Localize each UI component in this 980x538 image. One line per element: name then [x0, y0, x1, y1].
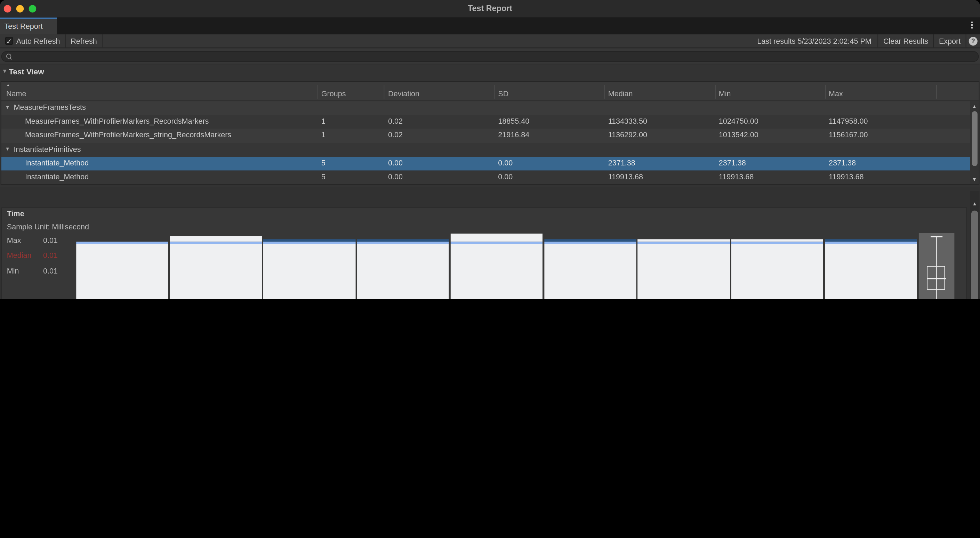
histogram-bar	[825, 239, 917, 299]
bar-upper-quartile-band	[825, 239, 917, 241]
test-report-window: Test Report Test Report ⋮ ✓ Auto Refresh…	[0, 0, 980, 299]
table-header: ▲ NameGroupsDeviationSDMedianMinMax	[2, 82, 979, 101]
column-header-median[interactable]: Median	[608, 89, 633, 98]
max-value: 0.01	[43, 236, 58, 245]
column-separator[interactable]	[605, 85, 605, 99]
cell-min: 2371.38	[719, 159, 746, 167]
bar-body	[263, 244, 355, 300]
bar-body	[76, 244, 168, 300]
column-separator[interactable]	[936, 85, 937, 99]
column-header-name[interactable]: Name	[6, 89, 26, 98]
table-scrollbar[interactable]: ▲ ▼	[970, 101, 978, 184]
bar-body	[731, 244, 824, 300]
cell-deviation: 0.00	[388, 172, 403, 181]
tab-test-report[interactable]: Test Report	[0, 17, 57, 34]
search-row	[0, 49, 980, 64]
bar-max-cap	[731, 239, 824, 241]
test-name: MeasureFrames_WithProfilerMarkers_string…	[25, 131, 231, 140]
sample-group-title: Time	[7, 209, 24, 218]
column-header-groups[interactable]: Groups	[321, 89, 346, 98]
sample-group-scrollbar[interactable]: ▲	[970, 191, 979, 299]
bar-upper-quartile-band	[357, 239, 449, 241]
refresh-button[interactable]: Refresh	[66, 34, 103, 48]
table-row[interactable]: MeasureFrames_WithProfilerMarkers_Record…	[2, 115, 970, 129]
table-row[interactable]: MeasureFrames_WithProfilerMarkers_string…	[2, 129, 970, 143]
column-separator[interactable]	[317, 85, 318, 99]
search-icon	[6, 54, 11, 59]
scroll-down-icon[interactable]: ▼	[970, 177, 978, 183]
cell-median: 1134333.50	[608, 117, 647, 125]
time-distribution-chart	[76, 231, 917, 299]
help-button[interactable]: ?	[966, 34, 980, 48]
table-body: ▼MeasureFramesTestsMeasureFrames_WithPro…	[2, 101, 970, 184]
refresh-label: Refresh	[71, 37, 97, 45]
bar-median-band	[825, 242, 917, 244]
box-plot-median-line	[927, 278, 946, 279]
table-group-row[interactable]: ▼InstantiatePrimitives	[2, 143, 970, 157]
cell-median: 2371.38	[608, 159, 635, 167]
column-header-min[interactable]: Min	[719, 89, 731, 98]
cell-max: 1147958.00	[829, 117, 868, 125]
bar-median-band	[451, 242, 543, 244]
test-name: Instantiate_Method	[25, 172, 89, 181]
sample-group-scrollbar-thumb[interactable]	[971, 211, 978, 300]
clear-results-label: Clear Results	[883, 37, 928, 45]
bar-body	[357, 244, 449, 300]
toolbar: ✓ Auto Refresh Refresh Last results 5/23…	[0, 34, 980, 48]
column-header-sd[interactable]: SD	[498, 89, 508, 98]
column-separator[interactable]	[495, 85, 495, 99]
cell-sd: 0.00	[498, 172, 512, 181]
histogram-bar	[638, 239, 730, 299]
cell-max: 1156167.00	[829, 131, 868, 140]
test-view-collapse-icon[interactable]: ▼	[2, 68, 7, 75]
search-input[interactable]	[2, 51, 979, 62]
bar-max-cap	[170, 236, 262, 241]
cell-deviation: 0.02	[388, 131, 403, 140]
cell-groups: 5	[321, 172, 326, 181]
column-header-max[interactable]: Max	[829, 89, 843, 98]
group-collapse-icon[interactable]: ▼	[5, 146, 10, 152]
bar-median-band	[76, 242, 168, 244]
bar-body	[170, 244, 262, 300]
test-results-table: ▲ NameGroupsDeviationSDMedianMinMax ▼Mea…	[1, 81, 979, 185]
main-scroll-up-icon[interactable]: ▲	[970, 201, 979, 207]
histogram-bar	[731, 239, 824, 299]
cell-deviation: 0.02	[388, 117, 403, 125]
auto-refresh-toggle[interactable]: ✓ Auto Refresh	[0, 34, 66, 48]
cell-min: 1013542.00	[719, 131, 759, 140]
min-label: Min	[7, 267, 19, 275]
bar-max-cap	[451, 233, 543, 241]
auto-refresh-checkbox[interactable]: ✓	[5, 37, 13, 45]
table-scrollbar-thumb[interactable]	[972, 111, 977, 166]
clear-results-button[interactable]: Clear Results	[878, 34, 934, 48]
column-header-deviation[interactable]: Deviation	[388, 89, 419, 98]
table-row[interactable]: Instantiate_Method50.000.002371.382371.3…	[2, 157, 970, 171]
min-value: 0.01	[43, 267, 58, 275]
export-button[interactable]: Export	[934, 34, 966, 48]
cell-min: 1024750.00	[719, 117, 759, 125]
column-separator[interactable]	[825, 85, 826, 99]
group-collapse-icon[interactable]: ▼	[5, 104, 10, 110]
window-menu-icon[interactable]: ⋮	[967, 20, 976, 30]
last-results-text: Last results 5/23/2023 2:02:45 PM	[751, 37, 877, 45]
cell-max: 119913.68	[829, 172, 864, 181]
group-name: InstantiatePrimitives	[14, 144, 81, 153]
table-row[interactable]: Instantiate_Method50.000.00119913.681199…	[2, 171, 970, 184]
cell-sd: 18855.40	[498, 117, 529, 125]
bar-median-band	[638, 242, 730, 244]
sample-unit-label: Sample Unit: Millisecond	[7, 222, 89, 231]
column-separator[interactable]	[715, 85, 716, 99]
title-bar: Test Report	[0, 0, 980, 17]
scroll-up-icon[interactable]: ▲	[970, 103, 978, 109]
help-icon: ?	[969, 37, 978, 45]
column-separator[interactable]	[383, 85, 384, 99]
cell-median: 119913.68	[608, 172, 643, 181]
toolbar-right: Last results 5/23/2023 2:02:45 PM Clear …	[751, 34, 980, 48]
histogram-bar	[170, 236, 262, 299]
table-group-row[interactable]: ▼MeasureFramesTests	[2, 101, 970, 115]
histogram-bar	[263, 239, 355, 299]
histogram-bar	[76, 242, 168, 300]
bar-median-band	[731, 242, 824, 244]
app-stage: Test Report Test Report ⋮ ✓ Auto Refresh…	[0, 0, 980, 299]
sample-group-scroll-area: TimeSample Unit: MillisecondMax0.01Media…	[0, 187, 980, 299]
